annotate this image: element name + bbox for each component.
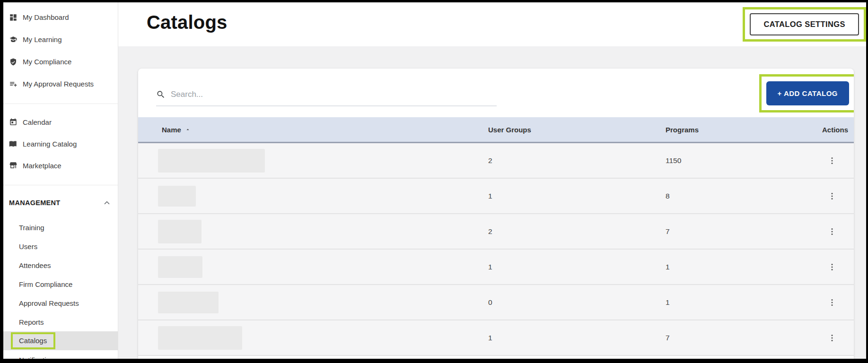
sort-asc-icon (185, 127, 191, 132)
cell-name (138, 292, 488, 313)
column-header-actions: Actions (807, 126, 854, 134)
sidebar-item-my-approval-requests[interactable]: My Approval Requests (3, 73, 118, 95)
shield-check-icon (9, 58, 18, 66)
kebab-menu-icon[interactable] (825, 260, 839, 274)
add-catalog-button[interactable]: + ADD CATALOG (766, 81, 849, 105)
kebab-menu-icon[interactable] (825, 154, 839, 167)
cell-user-groups: 1 (488, 334, 666, 342)
dashboard-icon (9, 13, 18, 22)
redacted-name-box (158, 292, 219, 313)
catalog-settings-button[interactable]: CATALOG SETTINGS (750, 13, 859, 35)
table-body: 211501827110117 (138, 143, 854, 356)
card-toolbar: + ADD CATALOG (138, 69, 854, 117)
annotation-box-catalogs: Catalogs (11, 332, 55, 349)
column-header-name[interactable]: Name (138, 126, 488, 134)
search-field[interactable] (156, 89, 497, 106)
sidebar-item-reports[interactable]: Reports (3, 312, 118, 331)
table-header-row: Name User Groups Programs Actions (138, 117, 854, 143)
page-content: + ADD CATALOG Name User Groups Programs … (118, 46, 866, 359)
sidebar-browse-nav: CalendarLearning CatalogMarketplace (3, 111, 118, 176)
cell-name (138, 149, 488, 173)
sidebar-personal-nav: My DashboardMy LearningMy ComplianceMy A… (3, 6, 118, 95)
table-row: 11 (138, 250, 854, 285)
cell-actions (807, 331, 854, 345)
cell-programs: 8 (666, 192, 807, 200)
sidebar-item-catalogs[interactable]: Catalogs (3, 331, 118, 350)
page-header: Catalogs CATALOG SETTINGS (118, 2, 866, 46)
playlist-add-icon (9, 80, 18, 88)
sidebar-item-calendar[interactable]: Calendar (3, 111, 118, 133)
main-area: Catalogs CATALOG SETTINGS + ADD CATALOG (118, 2, 866, 359)
kebab-menu-icon[interactable] (825, 225, 839, 238)
sidebar-item-label: My Dashboard (23, 13, 69, 21)
sidebar-divider (3, 104, 118, 104)
cell-user-groups: 1 (488, 192, 666, 200)
sidebar-item-marketplace[interactable]: Marketplace (3, 155, 118, 176)
sidebar: My DashboardMy LearningMy ComplianceMy A… (3, 2, 118, 359)
sidebar-section-management[interactable]: MANAGEMENT (3, 192, 118, 213)
cell-programs: 7 (666, 334, 807, 342)
table-row: 18 (138, 179, 854, 214)
sidebar-item-label: My Compliance (23, 58, 71, 66)
cell-programs: 1 (666, 263, 807, 271)
cell-programs: 1 (666, 298, 807, 307)
screenshot-frame: My DashboardMy LearningMy ComplianceMy A… (0, 0, 868, 363)
cell-name (138, 256, 488, 278)
catalogs-card: + ADD CATALOG Name User Groups Programs … (138, 69, 854, 359)
sidebar-item-my-learning[interactable]: My Learning (3, 28, 118, 51)
chevron-up-icon[interactable] (103, 199, 111, 207)
storefront-icon (9, 161, 18, 170)
search-icon (156, 90, 166, 99)
table-row: 27 (138, 214, 854, 250)
cell-actions (807, 225, 854, 238)
kebab-menu-icon[interactable] (825, 331, 839, 345)
sidebar-item-label: Marketplace (23, 162, 61, 170)
kebab-menu-icon[interactable] (825, 190, 839, 203)
search-input[interactable] (170, 89, 497, 100)
cell-actions (807, 260, 854, 274)
sidebar-item-attendees[interactable]: Attendees (3, 256, 118, 275)
column-header-name-label: Name (162, 126, 181, 134)
sidebar-item-approval-requests[interactable]: Approval Requests (3, 294, 118, 312)
redacted-name-box (158, 149, 265, 173)
cell-actions (807, 190, 854, 203)
table-row: 17 (138, 320, 854, 356)
sidebar-divider (3, 185, 118, 185)
table-row: 21150 (138, 143, 854, 179)
cell-actions (807, 296, 854, 309)
sidebar-item-my-dashboard[interactable]: My Dashboard (3, 6, 118, 28)
annotation-box-catalog-settings: CATALOG SETTINGS (743, 7, 866, 42)
calendar-icon (9, 118, 18, 126)
cell-user-groups: 2 (488, 156, 666, 165)
annotation-box-add-catalog: + ADD CATALOG (759, 74, 854, 112)
page-title: Catalogs (147, 12, 228, 33)
sidebar-item-my-compliance[interactable]: My Compliance (3, 51, 118, 73)
cell-user-groups: 0 (488, 298, 666, 307)
redacted-name-box (158, 186, 196, 207)
cell-programs: 7 (666, 227, 807, 236)
redacted-name-box (158, 256, 202, 278)
sidebar-item-label: Learning Catalog (23, 140, 77, 148)
sidebar-item-notifications[interactable]: Notifications (3, 350, 118, 359)
cell-name (138, 186, 488, 207)
redacted-name-box (158, 220, 202, 243)
kebab-menu-icon[interactable] (825, 296, 839, 309)
book-icon (9, 139, 18, 148)
learning-icon (9, 35, 18, 44)
column-header-user-groups: User Groups (488, 126, 666, 134)
sidebar-management-nav: TrainingUsersAttendeesFirm ComplianceApp… (3, 218, 118, 359)
cell-name (138, 326, 488, 350)
sidebar-item-firm-compliance[interactable]: Firm Compliance (3, 275, 118, 294)
sidebar-item-label: My Approval Requests (23, 80, 94, 88)
sidebar-item-training[interactable]: Training (3, 218, 118, 237)
cell-programs: 1150 (666, 156, 807, 165)
redacted-name-box (158, 326, 242, 350)
management-section-label: MANAGEMENT (9, 199, 61, 207)
column-header-programs: Programs (666, 126, 807, 134)
sidebar-item-label: My Learning (23, 35, 62, 43)
cell-user-groups: 2 (488, 227, 666, 236)
cell-actions (807, 154, 854, 167)
sidebar-item-learning-catalog[interactable]: Learning Catalog (3, 133, 118, 155)
table-row: 01 (138, 285, 854, 320)
sidebar-item-users[interactable]: Users (3, 237, 118, 256)
